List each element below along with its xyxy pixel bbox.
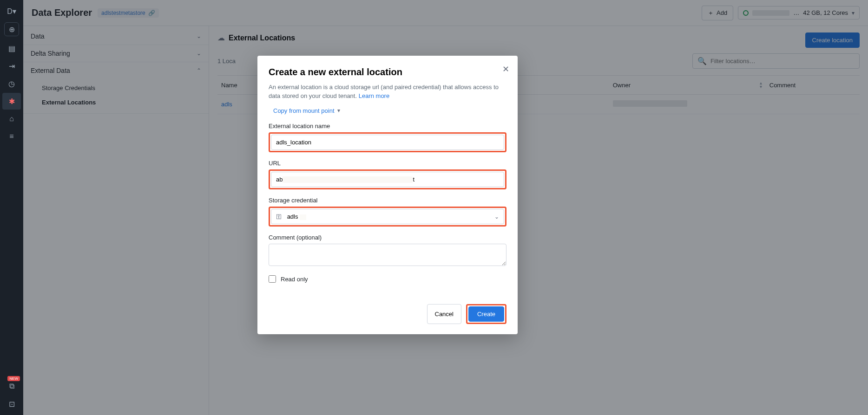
rail-add-icon[interactable]: ⊕ bbox=[4, 22, 19, 36]
credential-value: adls bbox=[287, 213, 298, 220]
rail-sql-icon[interactable]: ⇥ bbox=[2, 58, 21, 74]
copy-from-mount-label: Copy from mount point bbox=[273, 107, 335, 114]
learn-more-link[interactable]: Learn more bbox=[359, 92, 389, 99]
create-highlight: Create bbox=[466, 304, 506, 324]
close-icon[interactable]: ✕ bbox=[502, 64, 509, 74]
credential-highlight: ⚿ adls ⌄ bbox=[269, 207, 506, 227]
credential-label: Storage credential bbox=[269, 197, 506, 204]
rail-metrics-icon[interactable]: ≡ bbox=[2, 128, 21, 145]
new-badge: NEW bbox=[7, 376, 20, 381]
chevron-down-icon: ▾ bbox=[337, 107, 340, 114]
url-redacted bbox=[283, 176, 413, 183]
name-label: External location name bbox=[269, 123, 506, 130]
read-only-label: Read only bbox=[281, 276, 308, 283]
modal-description: An external location is a cloud storage … bbox=[269, 83, 506, 101]
modal-title: Create a new external location bbox=[269, 67, 506, 78]
key-icon: ⚿ bbox=[276, 214, 282, 220]
left-rail: D▾ ⊕ ▤ ⇥ ◷ ✱ ⌂ ≡ NEW ⧉ ⊡ bbox=[0, 0, 23, 415]
rail-data-icon[interactable]: ▤ bbox=[2, 40, 21, 57]
rail-help-icon[interactable]: ⊡ bbox=[2, 396, 21, 412]
rail-logo[interactable]: D▾ bbox=[2, 3, 21, 19]
cancel-button[interactable]: Cancel bbox=[427, 304, 461, 324]
read-only-checkbox[interactable] bbox=[269, 275, 276, 283]
copy-from-mount-point[interactable]: Copy from mount point ▾ bbox=[273, 107, 340, 114]
url-label: URL bbox=[269, 160, 506, 167]
url-highlight: abt bbox=[269, 169, 506, 190]
name-highlight bbox=[269, 132, 506, 152]
url-input[interactable]: abt bbox=[271, 172, 504, 188]
credential-redacted bbox=[300, 214, 306, 220]
rail-models-icon[interactable]: ⌂ bbox=[2, 110, 21, 127]
external-location-name-input[interactable] bbox=[271, 135, 504, 150]
rail-workflows-icon[interactable]: ✱ bbox=[2, 93, 21, 110]
storage-credential-select[interactable]: ⚿ adls ⌄ bbox=[271, 209, 504, 224]
rail-history-icon[interactable]: ◷ bbox=[2, 75, 21, 92]
url-suffix: t bbox=[413, 176, 414, 183]
comment-label: Comment (optional) bbox=[269, 234, 506, 241]
url-prefix: ab bbox=[276, 176, 283, 183]
create-location-modal: ✕ Create a new external location An exte… bbox=[257, 56, 518, 334]
chevron-down-icon: ⌄ bbox=[494, 214, 499, 220]
comment-textarea[interactable] bbox=[269, 244, 506, 266]
create-button[interactable]: Create bbox=[468, 306, 504, 322]
